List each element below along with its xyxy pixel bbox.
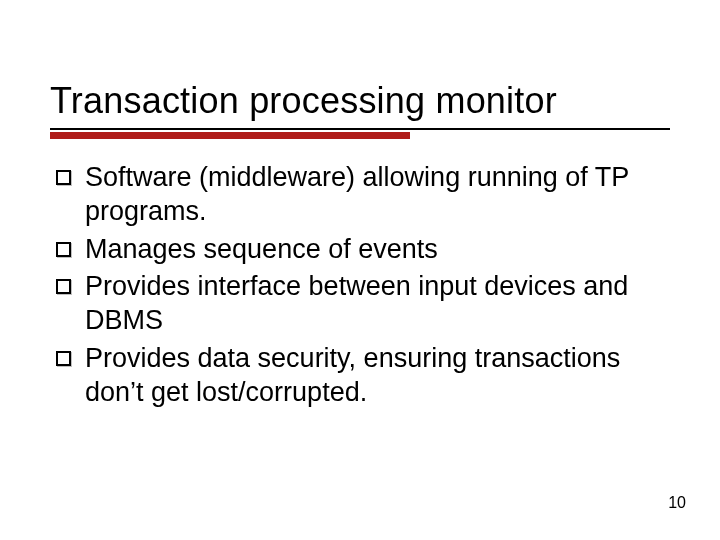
list-item: Manages sequence of events	[56, 233, 670, 267]
square-bullet-icon	[56, 351, 71, 366]
page-number: 10	[668, 494, 686, 512]
square-bullet-icon	[56, 170, 71, 185]
rule-black	[50, 128, 670, 130]
square-bullet-icon	[56, 242, 71, 257]
bullet-text: Provides data security, ensuring transac…	[85, 342, 670, 410]
square-bullet-icon	[56, 279, 71, 294]
list-item: Software (middleware) allowing running o…	[56, 161, 670, 229]
bullet-list: Software (middleware) allowing running o…	[50, 161, 670, 409]
rule-red	[50, 132, 410, 139]
list-item: Provides data security, ensuring transac…	[56, 342, 670, 410]
bullet-text: Software (middleware) allowing running o…	[85, 161, 670, 229]
slide-title: Transaction processing monitor	[50, 80, 670, 122]
list-item: Provides interface between input devices…	[56, 270, 670, 338]
bullet-text: Manages sequence of events	[85, 233, 438, 267]
bullet-text: Provides interface between input devices…	[85, 270, 670, 338]
title-rule	[50, 128, 670, 139]
slide: Transaction processing monitor Software …	[0, 0, 720, 540]
